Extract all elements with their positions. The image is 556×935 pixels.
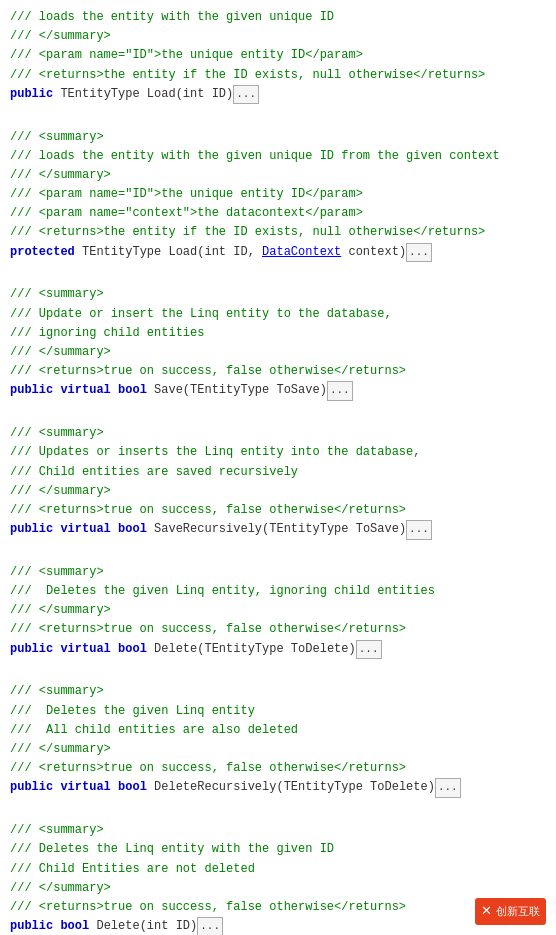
code-line: /// </summary> bbox=[10, 740, 546, 759]
code-line: /// loads the entity with the given uniq… bbox=[10, 147, 546, 166]
code-line: /// Deletes the given Linq entity bbox=[10, 702, 546, 721]
code-line: /// <returns>the entity if the ID exists… bbox=[10, 66, 546, 85]
code-line: protected TEntityType Load(int ID, DataC… bbox=[10, 243, 546, 263]
keyword: public virtual bbox=[10, 383, 118, 397]
code-line: public virtual bool DeleteRecursively(TE… bbox=[10, 778, 546, 798]
code-line: /// ignoring child entities bbox=[10, 324, 546, 343]
code-line bbox=[10, 802, 546, 821]
code-text: TEntityType Load(int ID, bbox=[82, 245, 262, 259]
ellipsis-button[interactable]: ... bbox=[406, 243, 432, 263]
code-line: /// <param name="ID">the unique entity I… bbox=[10, 46, 546, 65]
code-text: DeleteRecursively(TEntityType ToDelete) bbox=[154, 780, 435, 794]
code-section-section4: /// <summary>/// Updates or inserts the … bbox=[10, 405, 546, 540]
keyword: public virtual bbox=[10, 780, 118, 794]
code-line: /// <returns>the entity if the ID exists… bbox=[10, 223, 546, 242]
ellipsis-button[interactable]: ... bbox=[233, 85, 259, 105]
watermark-text: 创新互联 bbox=[496, 903, 540, 921]
code-line: /// <returns>true on success, false othe… bbox=[10, 620, 546, 639]
code-section-section6: /// <summary>/// Deletes the given Linq … bbox=[10, 663, 546, 798]
code-section-section5: /// <summary>/// Deletes the given Linq … bbox=[10, 544, 546, 660]
code-line: public virtual bool Save(TEntityType ToS… bbox=[10, 381, 546, 401]
code-text: SaveRecursively(TEntityType ToSave) bbox=[154, 522, 406, 536]
code-line: /// Child entities are saved recursively bbox=[10, 463, 546, 482]
code-section-section1: /// loads the entity with the given uniq… bbox=[10, 8, 546, 104]
watermark-icon: ✕ bbox=[481, 901, 492, 922]
code-line: /// <param name="context">the datacontex… bbox=[10, 204, 546, 223]
keyword: public bbox=[10, 919, 60, 933]
code-line: /// <summary> bbox=[10, 285, 546, 304]
code-line: /// </summary> bbox=[10, 879, 546, 898]
code-text: TEntityType Load(int ID) bbox=[60, 87, 233, 101]
code-section-section3: /// <summary>/// Update or insert the Li… bbox=[10, 266, 546, 401]
code-line bbox=[10, 405, 546, 424]
code-line: /// loads the entity with the given uniq… bbox=[10, 8, 546, 27]
code-line: /// <summary> bbox=[10, 821, 546, 840]
ellipsis-button[interactable]: ... bbox=[327, 381, 353, 401]
code-line: public bool Delete(int ID)... bbox=[10, 917, 546, 935]
code-line: public virtual bool SaveRecursively(TEnt… bbox=[10, 520, 546, 540]
type-keyword: bool bbox=[118, 522, 154, 536]
code-line: /// <summary> bbox=[10, 128, 546, 147]
code-line: /// </summary> bbox=[10, 601, 546, 620]
ellipsis-button[interactable]: ... bbox=[406, 520, 432, 540]
code-line: /// <returns>true on success, false othe… bbox=[10, 759, 546, 778]
code-line: /// <summary> bbox=[10, 563, 546, 582]
code-line: /// <returns>true on success, false othe… bbox=[10, 898, 546, 917]
code-line: /// <summary> bbox=[10, 424, 546, 443]
code-text: Delete(int ID) bbox=[96, 919, 197, 933]
code-line: /// <param name="ID">the unique entity I… bbox=[10, 185, 546, 204]
code-line: /// <returns>true on success, false othe… bbox=[10, 362, 546, 381]
code-line: public virtual bool Delete(TEntityType T… bbox=[10, 640, 546, 660]
code-line: /// Update or insert the Linq entity to … bbox=[10, 305, 546, 324]
code-line: /// </summary> bbox=[10, 166, 546, 185]
code-line: /// <summary> bbox=[10, 682, 546, 701]
code-line: /// <returns>true on success, false othe… bbox=[10, 501, 546, 520]
code-line: public TEntityType Load(int ID)... bbox=[10, 85, 546, 105]
keyword: protected bbox=[10, 245, 82, 259]
keyword: public virtual bbox=[10, 642, 118, 656]
code-line: /// Updates or inserts the Linq entity i… bbox=[10, 443, 546, 462]
code-line: /// Deletes the given Linq entity, ignor… bbox=[10, 582, 546, 601]
code-line bbox=[10, 266, 546, 285]
type-keyword: bool bbox=[118, 383, 154, 397]
type-keyword: bool bbox=[118, 642, 154, 656]
ellipsis-button[interactable]: ... bbox=[197, 917, 223, 935]
code-line: /// </summary> bbox=[10, 27, 546, 46]
code-line bbox=[10, 108, 546, 127]
code-line bbox=[10, 663, 546, 682]
code-text: context) bbox=[341, 245, 406, 259]
code-line bbox=[10, 544, 546, 563]
code-line: /// </summary> bbox=[10, 482, 546, 501]
type-keyword: bool bbox=[118, 780, 154, 794]
code-line: /// </summary> bbox=[10, 343, 546, 362]
keyword: public bbox=[10, 87, 60, 101]
code-section-section2: /// <summary>/// loads the entity with t… bbox=[10, 108, 546, 262]
code-container: /// loads the entity with the given uniq… bbox=[10, 8, 546, 935]
code-section-section7: /// <summary>/// Deletes the Linq entity… bbox=[10, 802, 546, 935]
type-keyword: bool bbox=[60, 919, 96, 933]
type-link[interactable]: DataContext bbox=[262, 245, 341, 259]
code-text: Delete(TEntityType ToDelete) bbox=[154, 642, 356, 656]
watermark: ✕ 创新互联 bbox=[475, 898, 546, 925]
ellipsis-button[interactable]: ... bbox=[435, 778, 461, 798]
ellipsis-button[interactable]: ... bbox=[356, 640, 382, 660]
code-line: /// Deletes the Linq entity with the giv… bbox=[10, 840, 546, 859]
keyword: public virtual bbox=[10, 522, 118, 536]
code-line: /// All child entities are also deleted bbox=[10, 721, 546, 740]
code-line: /// Child Entities are not deleted bbox=[10, 860, 546, 879]
code-text: Save(TEntityType ToSave) bbox=[154, 383, 327, 397]
